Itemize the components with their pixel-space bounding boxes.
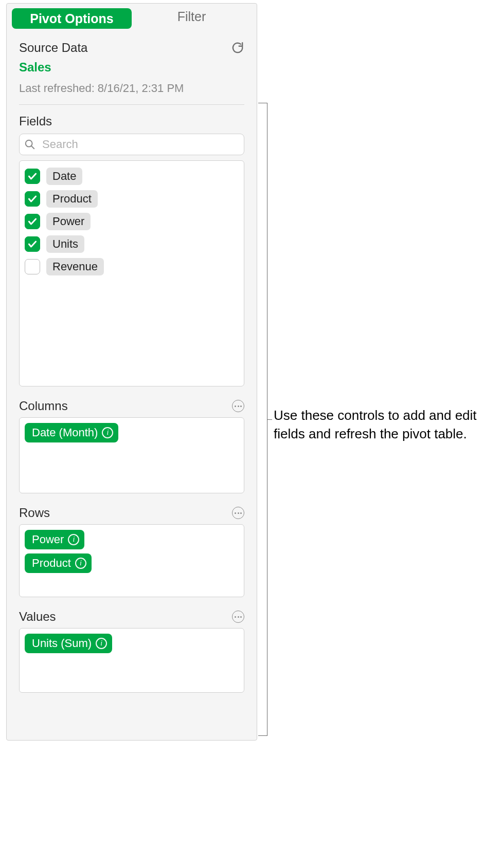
- pivot-inspector-panel: Pivot Options Filter Source Data Sales L…: [6, 3, 257, 741]
- values-dropzone[interactable]: Units (Sum) i: [19, 628, 244, 693]
- pill-label: Date (Month): [32, 426, 98, 439]
- pill-label: Power: [32, 533, 64, 546]
- search-field-wrap: [19, 134, 244, 155]
- info-icon[interactable]: i: [96, 638, 107, 649]
- refresh-icon[interactable]: [231, 41, 244, 54]
- info-icon[interactable]: i: [68, 534, 79, 545]
- values-label: Values: [19, 610, 56, 624]
- pill-power[interactable]: Power i: [25, 530, 84, 549]
- callout-bracket: [258, 103, 267, 736]
- source-data-section: Source Data Sales Last refreshed: 8/16/2…: [7, 30, 257, 95]
- fields-listbox: Date Product Power Units Revenue: [19, 160, 244, 386]
- field-row-date[interactable]: Date: [25, 165, 239, 188]
- pill-units-sum[interactable]: Units (Sum) i: [25, 634, 112, 653]
- field-chip[interactable]: Date: [46, 168, 82, 185]
- columns-label: Columns: [19, 399, 68, 413]
- field-row-revenue[interactable]: Revenue: [25, 255, 239, 278]
- checkbox-icon[interactable]: [25, 214, 40, 229]
- info-icon[interactable]: i: [75, 558, 86, 569]
- field-chip[interactable]: Power: [46, 213, 91, 230]
- field-chip[interactable]: Revenue: [46, 258, 104, 275]
- pill-product[interactable]: Product i: [25, 553, 92, 573]
- divider: [19, 104, 244, 105]
- tab-pivot-options[interactable]: Pivot Options: [12, 8, 132, 29]
- source-data-name[interactable]: Sales: [19, 60, 244, 75]
- columns-zone: Columns Date (Month) i: [7, 399, 257, 493]
- checkbox-icon[interactable]: [25, 259, 40, 274]
- pill-date-month[interactable]: Date (Month) i: [25, 423, 118, 442]
- checkbox-icon[interactable]: [25, 169, 40, 184]
- columns-dropzone[interactable]: Date (Month) i: [19, 417, 244, 493]
- tab-bar: Pivot Options Filter: [7, 4, 257, 30]
- more-icon[interactable]: [232, 611, 244, 623]
- field-row-units[interactable]: Units: [25, 233, 239, 255]
- search-icon: [24, 139, 35, 150]
- checkbox-icon[interactable]: [25, 191, 40, 207]
- checkbox-icon[interactable]: [25, 236, 40, 252]
- fields-label: Fields: [19, 114, 244, 128]
- more-icon[interactable]: [232, 507, 244, 519]
- field-row-product[interactable]: Product: [25, 188, 239, 210]
- pill-label: Product: [32, 557, 71, 570]
- more-icon[interactable]: [232, 400, 244, 412]
- pill-label: Units (Sum): [32, 637, 92, 650]
- rows-dropzone[interactable]: Power i Product i: [19, 524, 244, 597]
- callout-text: Use these controls to add and edit field…: [274, 406, 479, 444]
- field-row-power[interactable]: Power: [25, 210, 239, 233]
- last-refreshed-text: Last refreshed: 8/16/21, 2:31 PM: [19, 82, 244, 95]
- tab-filter[interactable]: Filter: [132, 6, 252, 31]
- field-chip[interactable]: Units: [46, 235, 84, 253]
- values-zone: Values Units (Sum) i: [7, 610, 257, 693]
- source-data-label: Source Data: [19, 41, 87, 55]
- field-chip[interactable]: Product: [46, 190, 98, 208]
- info-icon[interactable]: i: [102, 427, 113, 438]
- rows-zone: Rows Power i Product i: [7, 506, 257, 597]
- rows-label: Rows: [19, 506, 50, 520]
- search-input[interactable]: [19, 134, 244, 155]
